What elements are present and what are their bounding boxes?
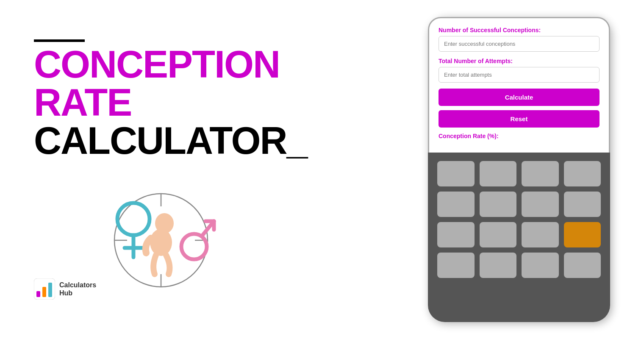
total-attempts-input[interactable] xyxy=(439,67,600,83)
title-line1: CONCEPTION xyxy=(34,45,288,83)
logo-brand-line1: Calculators xyxy=(59,281,96,289)
title-line2: RATE xyxy=(34,83,288,122)
logo: Calculators Hub xyxy=(34,278,96,300)
svg-rect-15 xyxy=(36,291,40,297)
logo-text: Calculators Hub xyxy=(59,281,96,297)
key-6[interactable] xyxy=(480,192,517,217)
key-10[interactable] xyxy=(480,222,517,247)
key-enter[interactable] xyxy=(564,222,601,247)
key-15[interactable] xyxy=(564,253,601,278)
calculator-device: Number of Successful Conceptions: Total … xyxy=(428,17,610,322)
key-13[interactable] xyxy=(480,253,517,278)
key-8[interactable] xyxy=(564,192,601,217)
key-1[interactable] xyxy=(437,161,475,186)
conception-illustration xyxy=(93,172,229,300)
key-5[interactable] xyxy=(437,192,475,217)
key-11[interactable] xyxy=(522,222,559,247)
key-12[interactable] xyxy=(437,253,475,278)
svg-point-8 xyxy=(181,234,207,259)
svg-rect-16 xyxy=(42,287,46,297)
calculate-button[interactable]: Calculate xyxy=(439,89,600,106)
svg-point-13 xyxy=(150,229,172,256)
key-2[interactable] xyxy=(480,161,517,186)
keypad-row-3 xyxy=(437,222,601,247)
keypad-row-4 xyxy=(437,253,601,278)
key-4[interactable] xyxy=(564,161,601,186)
title-block: CONCEPTION RATE CALCULATOR_ xyxy=(34,39,288,160)
key-3[interactable] xyxy=(522,161,559,186)
reset-button[interactable]: Reset xyxy=(439,110,600,128)
key-7[interactable] xyxy=(522,192,559,217)
key-14[interactable] xyxy=(522,253,559,278)
successful-conceptions-input[interactable] xyxy=(439,36,600,52)
left-section: CONCEPTION RATE CALCULATOR_ xyxy=(34,39,288,300)
top-underline-decoration xyxy=(34,39,85,42)
calculator-screen: Number of Successful Conceptions: Total … xyxy=(428,17,610,153)
logo-brand-line2: Hub xyxy=(59,289,96,297)
keypad-area xyxy=(428,153,610,322)
result-label: Conception Rate (%): xyxy=(439,133,600,139)
keypad-row-2 xyxy=(437,192,601,217)
title-line3: CALCULATOR_ xyxy=(34,122,307,160)
field1-label: Number of Successful Conceptions: xyxy=(439,27,600,33)
logo-icon xyxy=(34,278,55,300)
keypad-row-1 xyxy=(437,161,601,186)
svg-rect-17 xyxy=(48,283,52,297)
key-9[interactable] xyxy=(437,222,475,247)
title-line3-row: CALCULATOR_ xyxy=(34,122,288,160)
svg-point-5 xyxy=(117,203,150,235)
field2-label: Total Number of Attempts: xyxy=(439,58,600,64)
